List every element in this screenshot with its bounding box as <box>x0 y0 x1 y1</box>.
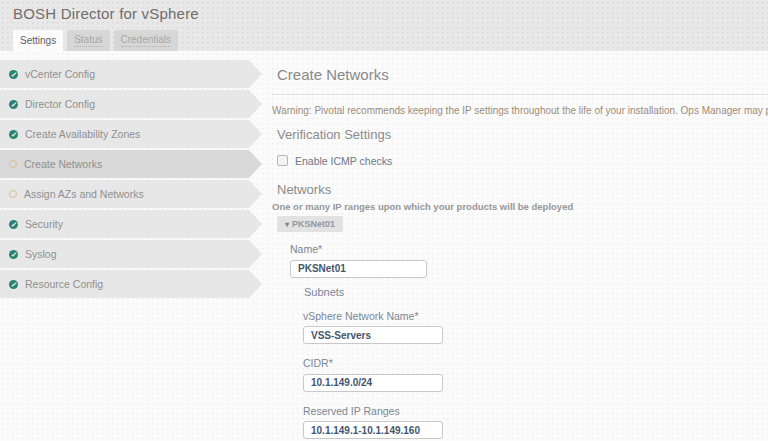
check-icon: ✓ <box>11 131 17 138</box>
status-complete-icon: ✓ <box>9 100 18 109</box>
tab-settings[interactable]: Settings <box>13 30 63 51</box>
verification-settings-heading: Verification Settings <box>277 127 768 142</box>
sidebar-item-label: Syslog <box>25 248 57 260</box>
network-name-label: Name* <box>290 243 768 256</box>
sidebar-item-create-networks[interactable]: ✓ Create Networks <box>0 150 262 178</box>
subnet-fields: vSphere Network Name* CIDR* Reserved IP … <box>303 310 768 440</box>
network-toggle-button[interactable]: ▾ PKSNet01 <box>277 216 343 232</box>
reserved-ip-ranges-input[interactable] <box>303 421 443 439</box>
sidebar-item-label: Director Config <box>25 98 95 110</box>
tab-status-label: Status <box>74 34 102 47</box>
network-name-field: Name* <box>290 243 768 278</box>
networks-heading: Networks <box>277 182 768 197</box>
reserved-ip-ranges-field: Reserved IP Ranges <box>303 405 768 440</box>
sidebar-item-label: Resource Config <box>25 278 103 290</box>
sidebar-item-label: Create Networks <box>24 158 102 170</box>
tab-bar: Settings Status Credentials <box>13 30 178 51</box>
check-icon: ✓ <box>11 251 17 258</box>
sidebar-item-resource-config[interactable]: ✓ Resource Config <box>0 270 262 298</box>
subnets-heading: Subnets <box>304 286 768 299</box>
sidebar-item-security[interactable]: ✓ Security <box>0 210 262 238</box>
network-name-input[interactable] <box>290 260 427 278</box>
main-title: Create Networks <box>277 66 768 83</box>
sidebar-item-label: Create Availability Zones <box>25 128 140 140</box>
page-title: BOSH Director for vSphere <box>13 5 199 22</box>
check-icon: ✓ <box>11 71 17 78</box>
check-icon: ✓ <box>11 221 17 228</box>
sidebar-item-assign-azs-and-networks[interactable]: ✓ Assign AZs and Networks <box>0 180 262 208</box>
sidebar-item-director-config[interactable]: ✓ Director Config <box>0 90 262 118</box>
warning-text: Warning: Pivotal recommends keeping the … <box>272 105 768 117</box>
network-form: Name* Subnets vSphere Network Name* CIDR… <box>290 243 768 439</box>
status-complete-icon: ✓ <box>9 130 18 139</box>
reserved-ip-ranges-label: Reserved IP Ranges <box>303 405 768 418</box>
cidr-input[interactable] <box>303 374 443 392</box>
vsphere-network-name-label: vSphere Network Name* <box>303 310 768 323</box>
vsphere-network-name-input[interactable] <box>303 326 443 344</box>
network-toggle-label: PKSNet01 <box>292 219 335 229</box>
divider <box>272 94 768 95</box>
content-area: ✓ vCenter Config ✓ Director Config ✓ Cre… <box>0 51 768 441</box>
check-icon: ✓ <box>11 281 17 288</box>
status-pending-icon: ✓ <box>9 190 17 198</box>
cidr-label: CIDR* <box>303 357 768 370</box>
icmp-checkbox[interactable] <box>277 155 288 166</box>
cidr-field: CIDR* <box>303 357 768 392</box>
sidebar-item-label: Assign AZs and Networks <box>24 188 144 200</box>
vsphere-network-name-field: vSphere Network Name* <box>303 310 768 345</box>
status-complete-icon: ✓ <box>9 280 18 289</box>
sidebar-item-syslog[interactable]: ✓ Syslog <box>0 240 262 268</box>
sidebar-item-create-availability-zones[interactable]: ✓ Create Availability Zones <box>0 120 262 148</box>
check-icon: ✓ <box>11 101 17 108</box>
status-complete-icon: ✓ <box>9 250 18 259</box>
main-panel: Create Networks Warning: Pivotal recomme… <box>272 51 768 441</box>
tab-settings-label: Settings <box>20 35 56 47</box>
status-pending-icon: ✓ <box>9 160 17 168</box>
sidebar-item-label: vCenter Config <box>25 68 95 80</box>
tab-credentials-label: Credentials <box>121 34 172 47</box>
tab-credentials[interactable]: Credentials <box>114 30 179 51</box>
sidebar-item-vcenter-config[interactable]: ✓ vCenter Config <box>0 60 262 88</box>
sidebar-item-label: Security <box>25 218 63 230</box>
tab-status[interactable]: Status <box>67 30 109 51</box>
status-complete-icon: ✓ <box>9 220 18 229</box>
chevron-down-icon: ▾ <box>285 220 289 229</box>
status-complete-icon: ✓ <box>9 70 18 79</box>
icmp-checkbox-row[interactable]: Enable ICMP checks <box>277 154 768 167</box>
networks-description: One or many IP ranges upon which your pr… <box>272 201 768 212</box>
sidebar: ✓ vCenter Config ✓ Director Config ✓ Cre… <box>0 60 262 300</box>
icmp-checkbox-label: Enable ICMP checks <box>295 155 392 167</box>
